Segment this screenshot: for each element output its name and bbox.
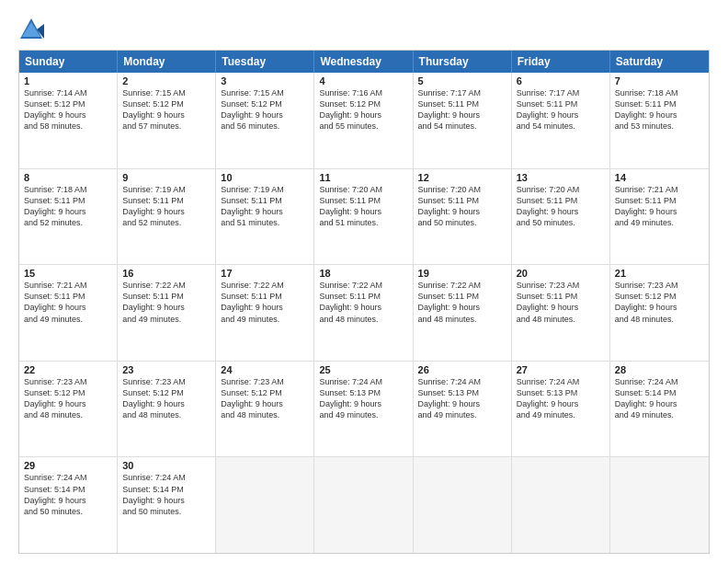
calendar-cell-day-13: 13Sunrise: 7:20 AMSunset: 5:11 PMDayligh… — [512, 169, 610, 265]
calendar-cell-day-12: 12Sunrise: 7:20 AMSunset: 5:11 PMDayligh… — [414, 169, 512, 265]
calendar-row-3: 15Sunrise: 7:21 AMSunset: 5:11 PMDayligh… — [19, 264, 709, 361]
calendar-cell-day-29: 29Sunrise: 7:24 AMSunset: 5:14 PMDayligh… — [19, 457, 118, 553]
weekday-header-tuesday: Tuesday — [216, 51, 314, 73]
cell-sun-info: Sunrise: 7:19 AMSunset: 5:11 PMDaylight:… — [122, 184, 210, 229]
cell-sun-info: Sunrise: 7:21 AMSunset: 5:11 PMDaylight:… — [24, 280, 112, 325]
cell-sun-info: Sunrise: 7:18 AMSunset: 5:11 PMDaylight:… — [24, 184, 112, 229]
cell-sun-info: Sunrise: 7:19 AMSunset: 5:11 PMDaylight:… — [221, 184, 309, 229]
calendar-cell-day-14: 14Sunrise: 7:21 AMSunset: 5:11 PMDayligh… — [610, 169, 709, 265]
day-number: 19 — [418, 268, 506, 279]
cell-sun-info: Sunrise: 7:15 AMSunset: 5:12 PMDaylight:… — [122, 87, 210, 132]
day-number: 27 — [517, 364, 605, 375]
day-number: 18 — [319, 268, 407, 279]
cell-sun-info: Sunrise: 7:20 AMSunset: 5:11 PMDaylight:… — [517, 184, 605, 229]
day-number: 23 — [122, 364, 210, 375]
calendar-cell-day-6: 6Sunrise: 7:17 AMSunset: 5:11 PMDaylight… — [512, 73, 610, 168]
cell-sun-info: Sunrise: 7:20 AMSunset: 5:11 PMDaylight:… — [418, 184, 506, 229]
cell-sun-info: Sunrise: 7:22 AMSunset: 5:11 PMDaylight:… — [221, 280, 309, 325]
cell-sun-info: Sunrise: 7:23 AMSunset: 5:11 PMDaylight:… — [517, 280, 605, 325]
day-number: 3 — [221, 75, 309, 86]
header — [18, 17, 710, 42]
cell-sun-info: Sunrise: 7:22 AMSunset: 5:11 PMDaylight:… — [319, 280, 407, 325]
day-number: 12 — [418, 172, 506, 183]
cell-sun-info: Sunrise: 7:23 AMSunset: 5:12 PMDaylight:… — [24, 376, 112, 421]
day-number: 8 — [24, 172, 112, 183]
day-number: 11 — [319, 172, 407, 183]
calendar-cell-day-9: 9Sunrise: 7:19 AMSunset: 5:11 PMDaylight… — [118, 169, 216, 265]
day-number: 25 — [319, 364, 407, 375]
calendar-body: 1Sunrise: 7:14 AMSunset: 5:12 PMDaylight… — [19, 73, 709, 553]
calendar-cell-day-11: 11Sunrise: 7:20 AMSunset: 5:11 PMDayligh… — [314, 169, 413, 265]
day-number: 28 — [615, 364, 704, 375]
day-number: 30 — [122, 460, 210, 471]
calendar-cell-day-18: 18Sunrise: 7:22 AMSunset: 5:11 PMDayligh… — [314, 265, 413, 361]
calendar: SundayMondayTuesdayWednesdayThursdayFrid… — [18, 50, 710, 554]
calendar-cell-day-1: 1Sunrise: 7:14 AMSunset: 5:12 PMDaylight… — [19, 73, 118, 168]
calendar-row-2: 8Sunrise: 7:18 AMSunset: 5:11 PMDaylight… — [19, 168, 709, 265]
calendar-cell-day-5: 5Sunrise: 7:17 AMSunset: 5:11 PMDaylight… — [414, 73, 512, 168]
day-number: 4 — [319, 75, 407, 86]
cell-sun-info: Sunrise: 7:22 AMSunset: 5:11 PMDaylight:… — [418, 280, 506, 325]
calendar-cell-empty — [414, 457, 512, 553]
logo-icon — [18, 17, 44, 42]
cell-sun-info: Sunrise: 7:24 AMSunset: 5:14 PMDaylight:… — [122, 472, 210, 517]
day-number: 17 — [221, 268, 309, 279]
page: SundayMondayTuesdayWednesdayThursdayFrid… — [0, 0, 728, 563]
day-number: 22 — [24, 364, 112, 375]
calendar-header: SundayMondayTuesdayWednesdayThursdayFrid… — [19, 51, 709, 73]
day-number: 21 — [615, 268, 704, 279]
day-number: 26 — [418, 364, 506, 375]
weekday-header-thursday: Thursday — [414, 51, 512, 73]
calendar-cell-day-28: 28Sunrise: 7:24 AMSunset: 5:14 PMDayligh… — [610, 362, 709, 457]
calendar-cell-day-3: 3Sunrise: 7:15 AMSunset: 5:12 PMDaylight… — [216, 73, 314, 168]
day-number: 2 — [122, 75, 210, 86]
cell-sun-info: Sunrise: 7:23 AMSunset: 5:12 PMDaylight:… — [615, 280, 704, 325]
calendar-cell-day-7: 7Sunrise: 7:18 AMSunset: 5:11 PMDaylight… — [610, 73, 709, 168]
cell-sun-info: Sunrise: 7:24 AMSunset: 5:13 PMDaylight:… — [517, 376, 605, 421]
weekday-header-friday: Friday — [512, 51, 610, 73]
calendar-cell-day-26: 26Sunrise: 7:24 AMSunset: 5:13 PMDayligh… — [414, 362, 512, 457]
day-number: 6 — [517, 75, 605, 86]
day-number: 15 — [24, 268, 112, 279]
day-number: 7 — [615, 75, 704, 86]
cell-sun-info: Sunrise: 7:17 AMSunset: 5:11 PMDaylight:… — [418, 87, 506, 132]
calendar-cell-empty — [512, 457, 610, 553]
calendar-cell-day-4: 4Sunrise: 7:16 AMSunset: 5:12 PMDaylight… — [314, 73, 413, 168]
day-number: 13 — [517, 172, 605, 183]
calendar-cell-day-2: 2Sunrise: 7:15 AMSunset: 5:12 PMDaylight… — [118, 73, 216, 168]
cell-sun-info: Sunrise: 7:15 AMSunset: 5:12 PMDaylight:… — [221, 87, 309, 132]
calendar-cell-empty — [216, 457, 314, 553]
calendar-cell-day-30: 30Sunrise: 7:24 AMSunset: 5:14 PMDayligh… — [118, 457, 216, 553]
logo — [18, 17, 48, 42]
calendar-cell-day-8: 8Sunrise: 7:18 AMSunset: 5:11 PMDaylight… — [19, 169, 118, 265]
day-number: 1 — [24, 75, 112, 86]
day-number: 9 — [122, 172, 210, 183]
cell-sun-info: Sunrise: 7:16 AMSunset: 5:12 PMDaylight:… — [319, 87, 407, 132]
cell-sun-info: Sunrise: 7:23 AMSunset: 5:12 PMDaylight:… — [122, 376, 210, 421]
weekday-header-saturday: Saturday — [610, 51, 709, 73]
cell-sun-info: Sunrise: 7:17 AMSunset: 5:11 PMDaylight:… — [517, 87, 605, 132]
calendar-cell-day-25: 25Sunrise: 7:24 AMSunset: 5:13 PMDayligh… — [314, 362, 413, 457]
cell-sun-info: Sunrise: 7:14 AMSunset: 5:12 PMDaylight:… — [24, 87, 112, 132]
day-number: 20 — [517, 268, 605, 279]
cell-sun-info: Sunrise: 7:21 AMSunset: 5:11 PMDaylight:… — [615, 184, 704, 229]
day-number: 29 — [24, 460, 112, 471]
cell-sun-info: Sunrise: 7:24 AMSunset: 5:13 PMDaylight:… — [418, 376, 506, 421]
weekday-header-wednesday: Wednesday — [314, 51, 413, 73]
cell-sun-info: Sunrise: 7:18 AMSunset: 5:11 PMDaylight:… — [615, 87, 704, 132]
calendar-cell-day-16: 16Sunrise: 7:22 AMSunset: 5:11 PMDayligh… — [118, 265, 216, 361]
calendar-cell-empty — [610, 457, 709, 553]
calendar-cell-day-15: 15Sunrise: 7:21 AMSunset: 5:11 PMDayligh… — [19, 265, 118, 361]
calendar-row-1: 1Sunrise: 7:14 AMSunset: 5:12 PMDaylight… — [19, 73, 709, 168]
calendar-cell-empty — [314, 457, 413, 553]
day-number: 10 — [221, 172, 309, 183]
calendar-cell-day-23: 23Sunrise: 7:23 AMSunset: 5:12 PMDayligh… — [118, 362, 216, 457]
calendar-cell-day-21: 21Sunrise: 7:23 AMSunset: 5:12 PMDayligh… — [610, 265, 709, 361]
calendar-cell-day-24: 24Sunrise: 7:23 AMSunset: 5:12 PMDayligh… — [216, 362, 314, 457]
calendar-cell-day-20: 20Sunrise: 7:23 AMSunset: 5:11 PMDayligh… — [512, 265, 610, 361]
weekday-header-sunday: Sunday — [19, 51, 118, 73]
calendar-cell-day-27: 27Sunrise: 7:24 AMSunset: 5:13 PMDayligh… — [512, 362, 610, 457]
calendar-cell-day-19: 19Sunrise: 7:22 AMSunset: 5:11 PMDayligh… — [414, 265, 512, 361]
calendar-cell-day-22: 22Sunrise: 7:23 AMSunset: 5:12 PMDayligh… — [19, 362, 118, 457]
calendar-cell-day-17: 17Sunrise: 7:22 AMSunset: 5:11 PMDayligh… — [216, 265, 314, 361]
